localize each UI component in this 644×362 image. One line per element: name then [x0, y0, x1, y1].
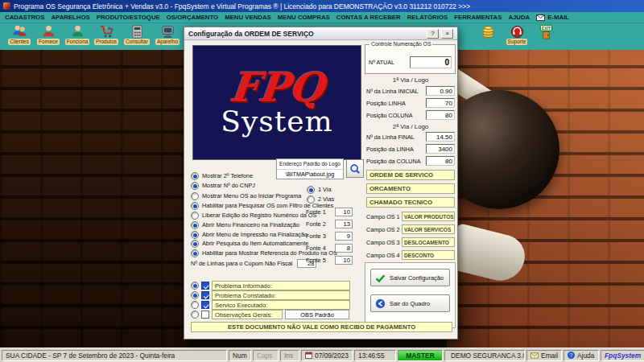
servico-executado-field[interactable]: Servico Executado:	[212, 300, 350, 310]
dialog-help-button[interactable]: ?	[427, 29, 439, 39]
option-liberar-edicao-registro[interactable]: Liberar Edição do Registro Numérico da O…	[191, 211, 316, 220]
aparelho-button[interactable]: Aparelho	[153, 24, 182, 49]
radio-icon[interactable]	[307, 186, 315, 194]
radio-icon[interactable]	[191, 311, 199, 319]
linhas-cupom-label: Nº de Linhas para o Cupom Não Fiscal	[191, 260, 292, 267]
fornecedores-button[interactable]: Fornece	[34, 24, 63, 49]
posicao-coluna2-field[interactable]: 80	[426, 156, 455, 166]
posicao-coluna-field[interactable]: 80	[426, 110, 455, 120]
numero-atual-field[interactable]: 0	[410, 56, 452, 68]
fonte-1-field[interactable]: 10	[335, 208, 353, 216]
menu-produto-estoque[interactable]: PRODUTO/ESTOQUE	[97, 14, 160, 21]
radio-icon[interactable]	[191, 221, 199, 229]
suporte-button[interactable]: Suporte	[502, 24, 531, 49]
campo-os-3-row: Campo OS 3 DESLOCAMENTO	[366, 237, 455, 247]
problema-constatado-field[interactable]: Problema Constatado:	[212, 290, 350, 300]
radio-icon[interactable]	[191, 240, 199, 248]
ordem-de-servico-field[interactable]: ORDEM DE SERVICO	[366, 170, 455, 180]
posicao-coluna2-label: Posição da COLUNA	[366, 158, 421, 165]
menu-ajuda[interactable]: AJUDA	[508, 14, 530, 21]
menu-relatorios[interactable]: RELATÓRIOS	[407, 14, 448, 21]
option-mostrar-cnpj[interactable]: Mostrar Nº do CNPJ	[191, 181, 255, 190]
posicao-coluna-label: Posição COLUNA	[366, 112, 413, 119]
fonte-3-row: Fonte 3 9	[306, 232, 353, 241]
radio-icon[interactable]	[191, 202, 199, 210]
fonte-5-row: Fonte 5 10	[306, 256, 353, 265]
fonte-3-field[interactable]: 9	[335, 232, 353, 241]
problema-informado-field[interactable]: Problema Informado:	[212, 281, 350, 290]
orcamento-field[interactable]: ORCAMENTO	[366, 183, 455, 194]
menu-ferramentas[interactable]: FERRAMENTAS	[454, 14, 502, 21]
checkbox-icon[interactable]	[201, 301, 209, 309]
option-mostrar-2-telefone[interactable]: Mostrar 2º Telefone	[191, 171, 253, 180]
campo-os-4-field[interactable]: DESCONTO	[402, 250, 455, 260]
radio-icon[interactable]	[191, 291, 199, 299]
menu-os-orcamento[interactable]: OS/ORÇAMENTO	[167, 14, 218, 21]
fonte-4-row: Fonte 4 8	[306, 244, 353, 253]
observacoes-gerais-row: Observações Gerais: OBS Padrão	[191, 310, 349, 319]
campo-os-2-field[interactable]: VALOR SERVICOS	[402, 224, 455, 234]
fonte-5-field[interactable]: 10	[335, 256, 353, 265]
radio-icon[interactable]	[191, 212, 199, 220]
radio-icon[interactable]	[191, 301, 199, 309]
linha-inicial-row: Nº da Linha INICIAL 0.90	[366, 86, 455, 96]
menu-contas-a-receber[interactable]: CONTAS A RECEBER	[336, 14, 401, 21]
option-abrir-menu-financeiro[interactable]: Abrir Menu Financeiro na Finalização	[191, 220, 299, 229]
radio-2-vias[interactable]: 2 Vias	[307, 195, 334, 204]
status-help-button[interactable]: Ajuda	[564, 350, 599, 361]
consultar-button[interactable]: Consultar	[122, 24, 151, 49]
fonte-4-field[interactable]: 8	[335, 244, 353, 253]
brick-wall-left	[0, 50, 188, 348]
documento-footer-field[interactable]: ESTE DOCUMENTO NÃO VALE COMO RECIBO DE P…	[191, 322, 452, 332]
menu-aparelhos[interactable]: APARELHOS	[51, 14, 89, 21]
salvar-configuracao-button[interactable]: Salvar Configuração	[370, 269, 450, 286]
dialog-configuracao-ordem-servico: Configuração da ORDEM DE SERVIÇO ? × FPQ…	[184, 27, 458, 339]
linha-final-row: Nº da Linha FINAL 14.50	[366, 132, 455, 142]
linha-inicial-field[interactable]: 0.90	[426, 86, 455, 96]
menu-email[interactable]: E-MAIL	[536, 14, 569, 21]
logo-path-box: Endereço Padrão do Logo \BITMAP\about.jp…	[276, 158, 344, 179]
browse-logo-button[interactable]	[346, 159, 364, 178]
logo-path-field[interactable]: \BITMAP\about.jpg	[277, 170, 343, 179]
status-location-date: SUA CIDADE - SP 7 de Setembro de 2023 - …	[2, 350, 227, 361]
chamado-tecnico-field[interactable]: CHAMADO TECNICO	[366, 197, 455, 208]
menu-cadastros[interactable]: CADASTROS	[5, 14, 44, 21]
status-email-button[interactable]: Email	[526, 350, 562, 361]
checkbox-icon[interactable]	[201, 291, 209, 299]
posicao-linha2-field[interactable]: 3400	[426, 144, 455, 154]
exit-button[interactable]: EXIT	[531, 24, 560, 49]
radio-1-via[interactable]: 1 Via	[307, 185, 332, 194]
option-abrir-pesquisa-item[interactable]: Abrir Pesquisa do Item Automaticamente	[191, 239, 308, 248]
menu-menu-compras[interactable]: MENU COMPRAS	[278, 14, 330, 21]
dialog-titlebar[interactable]: Configuração da ORDEM DE SERVIÇO ? ×	[184, 27, 457, 40]
checkbox-icon[interactable]	[201, 311, 209, 319]
observacoes-gerais-field[interactable]: Observações Gerais:	[212, 310, 283, 319]
radio-icon[interactable]	[191, 182, 199, 190]
linha-final-field[interactable]: 14.50	[426, 132, 455, 142]
posicao-linha-field[interactable]: 70	[426, 98, 455, 108]
radio-icon[interactable]	[191, 282, 199, 290]
option-abrir-menu-impressao[interactable]: Abrir Menu de Impressão na Finalização	[191, 230, 308, 239]
status-bar: SUA CIDADE - SP 7 de Setembro de 2023 - …	[0, 348, 644, 362]
radio-icon[interactable]	[191, 249, 199, 257]
obs-padrao-field[interactable]: OBS Padrão	[285, 310, 349, 319]
sair-do-quadro-button[interactable]: Sair do Quadro	[370, 294, 450, 312]
status-num-lock: Num	[229, 350, 251, 361]
radio-icon[interactable]	[191, 192, 199, 200]
clientes-button[interactable]: Clientes	[5, 24, 34, 49]
campo-os-4-row: Campo OS 4 DESCONTO	[366, 250, 455, 260]
checkbox-icon[interactable]	[201, 282, 209, 290]
campo-os-1-field[interactable]: VALOR PRODUTOS	[402, 212, 455, 221]
caixa-button[interactable]	[473, 24, 502, 49]
produtos-button[interactable]: Produtos	[92, 24, 121, 49]
fonte-2-field[interactable]: 13	[335, 220, 353, 228]
menu-bar: CADASTROS APARELHOS PRODUTO/ESTOQUE OS/O…	[0, 12, 644, 23]
dialog-close-button[interactable]: ×	[441, 29, 453, 39]
campo-os-3-field[interactable]: DESLOCAMENTO	[402, 237, 455, 247]
option-mostrar-menu-os[interactable]: Mostrar Menu OS ao Iniciar Programa	[191, 191, 301, 200]
menu-menu-vendas[interactable]: MENU VENDAS	[225, 14, 271, 21]
funcionarios-button[interactable]: Funciona	[63, 24, 92, 49]
radio-icon[interactable]	[191, 172, 199, 180]
radio-icon[interactable]	[307, 195, 315, 204]
radio-icon[interactable]	[191, 231, 199, 239]
